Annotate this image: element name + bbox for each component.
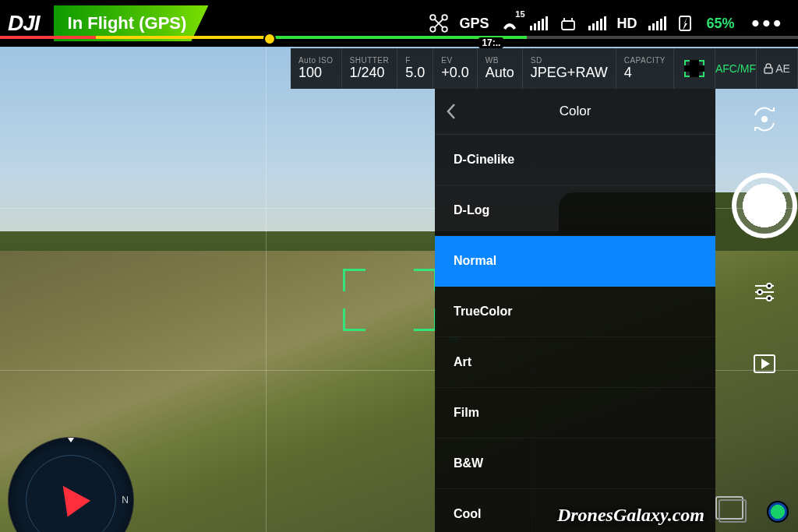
compass-n-label: N — [122, 495, 129, 506]
home-marker-icon — [263, 33, 276, 45]
color-option-d-cinelike[interactable]: D-Cinelike — [435, 135, 715, 185]
shutter-button[interactable] — [732, 173, 797, 238]
radar-aircraft-icon — [51, 477, 90, 516]
more-menu-icon[interactable]: ••• — [746, 11, 790, 36]
iso-readout[interactable]: Auto ISO 100 — [291, 48, 342, 89]
hd-label: HD — [617, 16, 637, 32]
panel-back-icon[interactable] — [446, 103, 457, 120]
color-option-list: D-CinelikeD-LogNormalTrueColorArtFilmB&W… — [435, 135, 715, 532]
ev-readout[interactable]: EV +0.0 — [433, 48, 478, 89]
focus-mode-button[interactable]: AFC/MF — [715, 48, 757, 89]
camera-settings-strip: Auto ISO 100 SHUTTER 1/240 F 5.0 EV +0.0… — [291, 48, 798, 89]
satellite-count: 15 — [515, 9, 524, 19]
gimbal-indicator-icon[interactable] — [767, 501, 789, 523]
format-readout[interactable]: SD JPEG+RAW — [523, 48, 616, 89]
top-status-bar: DJI In Flight (GPS) GPS 15 HD — [0, 0, 798, 47]
svg-point-10 — [767, 296, 772, 301]
svg-point-7 — [762, 117, 767, 122]
panel-title: Color — [560, 104, 591, 119]
svg-rect-4 — [562, 21, 574, 30]
ae-lock-button[interactable]: AE — [757, 48, 798, 89]
auto-exposure-frame-icon[interactable] — [674, 48, 715, 89]
focus-box[interactable]: AF — [343, 269, 436, 331]
color-panel: Color D-CinelikeD-LogNormalTrueColorArtF… — [435, 89, 715, 532]
time-remaining: 17:.. — [478, 37, 503, 48]
svg-rect-6 — [764, 68, 772, 73]
color-option-b-w[interactable]: B&W — [435, 439, 715, 489]
capacity-readout[interactable]: CAPACITY 4 — [616, 48, 674, 89]
wb-readout[interactable]: WB Auto — [478, 48, 523, 89]
playback-icon[interactable] — [747, 346, 782, 382]
battery-percent: 65% — [707, 16, 735, 32]
gps-label: GPS — [460, 16, 489, 32]
color-option-art[interactable]: Art — [435, 337, 715, 388]
radar-heading-tick-icon — [65, 437, 76, 442]
dji-logo: DJI — [8, 11, 40, 36]
rc-signal-bars — [588, 16, 606, 30]
camera-switch-icon[interactable] — [747, 101, 782, 137]
rc-icon[interactable] — [559, 15, 577, 32]
battery-icon[interactable] — [677, 14, 696, 33]
svg-point-9 — [757, 290, 762, 294]
color-option-film[interactable]: Film — [435, 388, 715, 439]
settings-sliders-icon[interactable] — [747, 274, 782, 310]
aperture-readout[interactable]: F 5.0 — [397, 48, 433, 89]
color-option-d-log[interactable]: D-Log — [435, 185, 715, 236]
hd-signal-bars — [648, 16, 666, 30]
rc-signal-icon[interactable] — [530, 16, 548, 30]
battery-timeline: 17:.. — [0, 36, 798, 39]
shutter-readout[interactable]: SHUTTER 1/240 — [342, 48, 398, 89]
color-option-truecolor[interactable]: TrueColor — [435, 287, 715, 337]
satellite-icon[interactable]: 15 — [500, 14, 519, 33]
aircraft-icon[interactable] — [429, 13, 449, 33]
color-option-normal[interactable]: Normal — [435, 236, 715, 287]
watermark: DronesGalaxy.com — [557, 505, 704, 526]
gallery-icon[interactable] — [715, 496, 743, 520]
svg-point-8 — [767, 284, 772, 288]
